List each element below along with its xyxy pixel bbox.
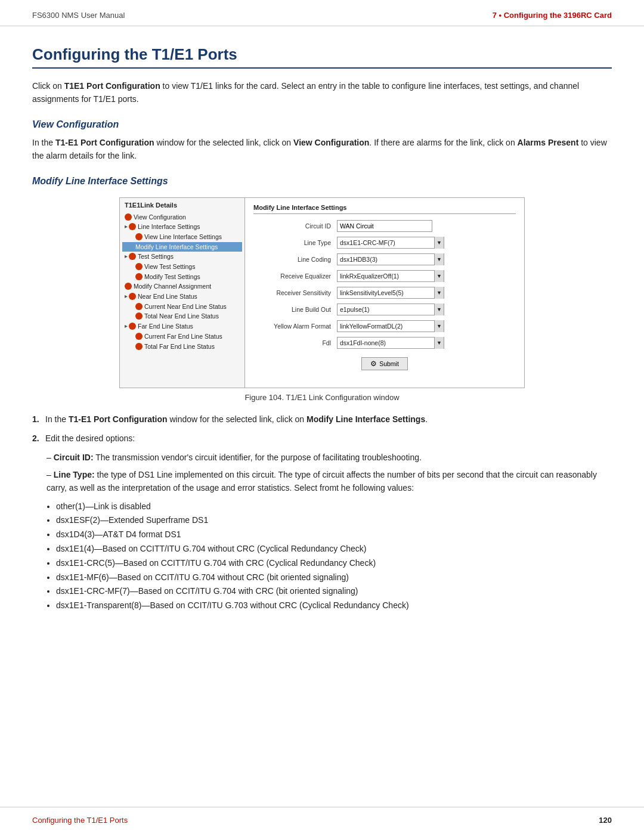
tree-item-current-near[interactable]: Current Near End Line Status xyxy=(122,302,242,312)
tree-icon-red11 xyxy=(129,323,136,330)
page-title: Configuring the T1/E1 Ports xyxy=(32,45,612,69)
dash-item-line-type: – Line Type: the type of DS1 Line implem… xyxy=(47,468,612,495)
label-yellow-alarm: Yellow Alarm Format xyxy=(253,323,337,330)
bullet-item-4: dsx1E1(4)—Based on CCITT/ITU G.704 witho… xyxy=(56,542,612,556)
tree-icon-red9 xyxy=(135,303,143,310)
tree-icon-red2 xyxy=(129,223,136,230)
form-panel: Modify Line Interface Settings Circuit I… xyxy=(245,198,524,388)
submit-icon: ⚙ xyxy=(370,360,377,368)
select-receiver-sens[interactable]: linkSensitivityLevel5(5) ▼ xyxy=(337,287,444,299)
label-line-build: Line Build Out xyxy=(253,306,337,313)
form-row-circuit-id: Circuit ID xyxy=(253,220,516,232)
intro-paragraph: Click on T1E1 Port Configuration to view… xyxy=(32,79,612,106)
tree-panel: T1E1Link Details View Configuration ▸ Li… xyxy=(120,198,245,388)
select-line-build[interactable]: e1pulse(1) ▼ xyxy=(337,304,444,315)
label-line-type: Line Type xyxy=(253,239,337,246)
form-row-receiver-sens: Receiver Sensitivity linkSensitivityLeve… xyxy=(253,287,516,299)
label-circuit-id: Circuit ID xyxy=(253,222,337,230)
tree-item-line-interface[interactable]: ▸ Line Interface Settings xyxy=(122,222,242,232)
bullet-item-5: dsx1E1-CRC(5)—Based on CCITT/ITU G.704 w… xyxy=(56,556,612,571)
expand-icon4: ▸ xyxy=(125,322,128,330)
submit-label: Submit xyxy=(379,360,399,367)
tree-icon-red12 xyxy=(135,333,143,340)
tree-icon-red13 xyxy=(135,343,143,350)
bullet-item-3: dsx1D4(3)—AT&T D4 format DS1 xyxy=(56,528,612,542)
form-row-line-coding: Line Coding dsx1HDB3(3) ▼ xyxy=(253,253,516,265)
expand-icon2: ▸ xyxy=(125,252,128,261)
submit-button[interactable]: ⚙ Submit xyxy=(361,357,408,370)
tree-item-modify-channel[interactable]: Modify Channel Assignment xyxy=(122,281,242,292)
tree-icon-red6 xyxy=(135,273,143,280)
form-row-line-type: Line Type dsx1E1-CRC-MF(7) ▼ xyxy=(253,237,516,249)
input-circuit-id[interactable] xyxy=(337,220,432,232)
tree-item-total-near[interactable]: Total Near End Line Status xyxy=(122,311,242,321)
figure-container: T1E1Link Details View Configuration ▸ Li… xyxy=(32,197,612,402)
chevron-down-icon4: ▼ xyxy=(434,287,444,299)
tree-item-view-config[interactable]: View Configuration xyxy=(122,212,242,222)
bullet-item-7: dsx1E1-CRC-MF(7)—Based on CCIT/ITU G.704… xyxy=(56,584,612,599)
tree-item-near-end[interactable]: ▸ Near End Line Status xyxy=(122,292,242,302)
form-row-fdl: Fdl dsx1FdI-none(8) ▼ xyxy=(253,337,516,349)
numbered-list: 1. In the T1-E1 Port Configuration windo… xyxy=(32,413,612,445)
tree-item-far-end[interactable]: ▸ Far End Line Status xyxy=(122,321,242,332)
numbered-item-1: 1. In the T1-E1 Port Configuration windo… xyxy=(32,413,612,426)
tree-item-modify-test[interactable]: Modify Test Settings xyxy=(122,272,242,282)
tree-icon-red8 xyxy=(129,293,136,300)
dash-item-circuit-id: – Circuit ID: The transmission vendor's … xyxy=(47,451,612,464)
page-header: FS6300 NMS User Manual 7 • Configuring t… xyxy=(0,0,644,26)
form-row-receive-eq: Receive Equalizer linkRxEqualizerOff(1) … xyxy=(253,270,516,282)
tree-item-current-far[interactable]: Current Far End Line Status xyxy=(122,332,242,342)
label-line-coding: Line Coding xyxy=(253,256,337,263)
expand-icon: ▸ xyxy=(125,222,128,231)
tree-item-total-far[interactable]: Total Far End Line Status xyxy=(122,342,242,352)
ui-screenshot: T1E1Link Details View Configuration ▸ Li… xyxy=(119,197,525,388)
bullet-item-8: dsx1E1-Transparent(8)—Based on CCIT/ITU … xyxy=(56,599,612,613)
label-fdl: Fdl xyxy=(253,339,337,346)
tree-item-modify-line-selected[interactable]: Modify Line Interface Settings xyxy=(122,242,242,252)
figure-caption: Figure 104. T1/E1 Link Configuration win… xyxy=(244,393,399,402)
select-line-coding[interactable]: dsx1HDB3(3) ▼ xyxy=(337,253,444,265)
label-receiver-sens: Receiver Sensitivity xyxy=(253,289,337,296)
footer-right: 120 xyxy=(599,816,612,825)
label-receive-eq: Receive Equalizer xyxy=(253,272,337,280)
chevron-down-icon5: ▼ xyxy=(434,304,444,315)
chevron-down-icon7: ▼ xyxy=(434,337,444,349)
num-2: 2. xyxy=(32,432,45,445)
tree-icon-red xyxy=(125,213,132,221)
tree-item-view-line[interactable]: View Line Interface Settings xyxy=(122,232,242,242)
form-panel-title: Modify Line Interface Settings xyxy=(253,204,516,214)
bullet-item-2: dsx1ESF(2)—Extended Superframe DS1 xyxy=(56,513,612,528)
select-line-type[interactable]: dsx1E1-CRC-MF(7) ▼ xyxy=(337,237,444,249)
submit-row: ⚙ Submit xyxy=(253,357,516,370)
select-fdl[interactable]: dsx1FdI-none(8) ▼ xyxy=(337,337,444,349)
chevron-down-icon2: ▼ xyxy=(434,253,444,265)
tree-panel-title: T1E1Link Details xyxy=(122,202,242,209)
section1-body: In the T1-E1 Port Configuration window f… xyxy=(32,136,612,163)
header-chapter-title: 7 • Configuring the 3196RC Card xyxy=(493,11,612,20)
header-manual-title: FS6300 NMS User Manual xyxy=(32,11,125,20)
tree-icon-red10 xyxy=(135,312,143,320)
chevron-down-icon6: ▼ xyxy=(434,320,444,332)
numbered-item-2: 2. Edit the desired options: xyxy=(32,432,612,445)
select-receive-eq[interactable]: linkRxEqualizerOff(1) ▼ xyxy=(337,270,444,282)
form-row-line-build: Line Build Out e1pulse(1) ▼ xyxy=(253,304,516,315)
footer-left: Configuring the T1/E1 Ports xyxy=(32,816,128,825)
form-row-yellow-alarm: Yellow Alarm Format linkYellowFormatDL(2… xyxy=(253,320,516,332)
page-footer: Configuring the T1/E1 Ports 120 xyxy=(0,807,644,833)
bullet-item-6: dsx1E1-MF(6)—Based on CCIT/ITU G.704 wit… xyxy=(56,571,612,585)
tree-item-view-test[interactable]: View Test Settings xyxy=(122,262,242,272)
select-yellow-alarm[interactable]: linkYellowFormatDL(2) ▼ xyxy=(337,320,444,332)
section1-heading: View Configuration xyxy=(32,119,612,130)
tree-icon-red3 xyxy=(135,233,143,240)
page-content: Configuring the T1/E1 Ports Click on T1E… xyxy=(0,26,644,642)
expand-icon3: ▸ xyxy=(125,292,128,301)
chevron-down-icon: ▼ xyxy=(434,237,444,249)
bullet-item-1: other(1)—Link is disabled xyxy=(56,500,612,514)
tree-icon-red5 xyxy=(135,263,143,270)
num-1: 1. xyxy=(32,413,45,426)
tree-icon-red4 xyxy=(129,253,136,260)
bullet-list: other(1)—Link is disabled dsx1ESF(2)—Ext… xyxy=(56,500,612,613)
chevron-down-icon3: ▼ xyxy=(434,270,444,282)
tree-icon-red7 xyxy=(125,283,132,290)
tree-item-test-settings[interactable]: ▸ Test Settings xyxy=(122,252,242,262)
